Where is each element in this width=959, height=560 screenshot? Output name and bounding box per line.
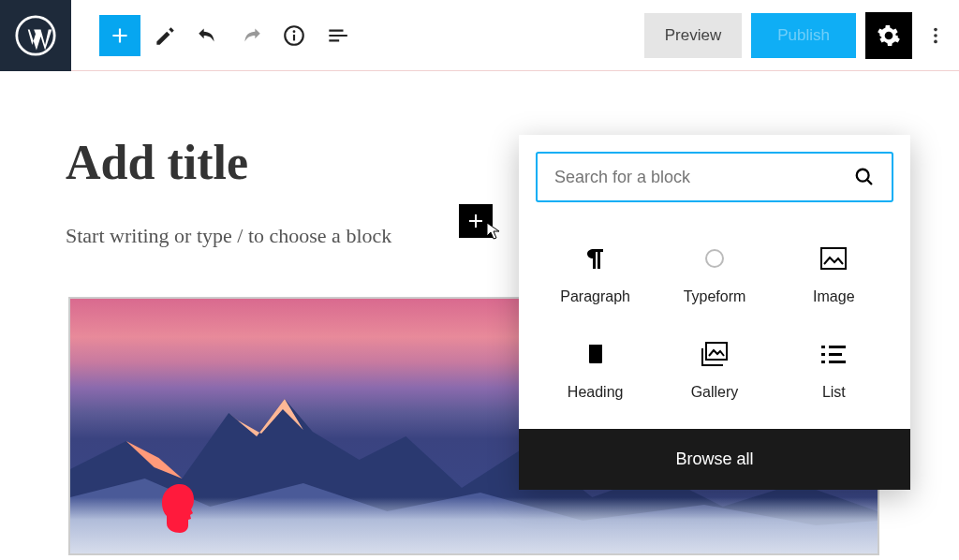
block-label: Typeform [684, 288, 746, 305]
search-container [519, 135, 910, 219]
block-image[interactable]: Image [778, 230, 890, 315]
svg-rect-16 [821, 361, 825, 363]
redo-icon [239, 23, 263, 48]
redo-button[interactable] [232, 17, 270, 54]
block-label: Image [813, 288, 854, 305]
info-button[interactable] [275, 17, 313, 54]
add-block-button[interactable] [99, 15, 140, 56]
svg-rect-12 [821, 346, 825, 348]
image-icon [820, 245, 847, 272]
list-icon [820, 341, 847, 367]
svg-rect-17 [829, 361, 846, 363]
browse-all-button[interactable]: Browse all [519, 429, 910, 490]
wordpress-icon [15, 15, 56, 56]
block-paragraph[interactable]: Paragraph [539, 230, 651, 315]
block-label: Heading [568, 384, 624, 401]
cursor-icon [485, 221, 504, 242]
inline-inserter [459, 204, 493, 238]
svg-point-2 [293, 30, 296, 33]
undo-icon [196, 23, 220, 48]
block-typeform[interactable]: Typeform [658, 230, 770, 315]
gallery-icon [701, 341, 728, 367]
block-label: Gallery [691, 384, 739, 401]
more-button[interactable] [922, 13, 950, 58]
svg-rect-9 [821, 248, 846, 269]
plus-icon [465, 210, 487, 232]
settings-button[interactable] [865, 12, 912, 59]
preview-button[interactable]: Preview [644, 13, 742, 58]
block-label: List [822, 384, 846, 401]
svg-point-6 [934, 39, 937, 43]
search-icon [854, 167, 875, 187]
toolbar-left-group [99, 15, 356, 56]
svg-point-5 [934, 34, 937, 37]
bookmark-icon [583, 341, 609, 367]
typeform-icon [701, 245, 728, 272]
svg-rect-13 [829, 346, 846, 348]
block-inserter-panel: Paragraph Typeform Image Heading Gallery… [519, 135, 910, 490]
top-toolbar: Preview Publish [0, 0, 959, 71]
svg-rect-15 [829, 353, 842, 356]
block-list[interactable]: List [778, 326, 890, 410]
toolbar-right-group: Preview Publish [644, 12, 950, 59]
pencil-icon [153, 23, 177, 48]
list-outline-icon [325, 23, 349, 48]
kebab-icon [925, 25, 946, 46]
block-heading[interactable]: Heading [539, 326, 651, 410]
wordpress-logo[interactable] [0, 0, 71, 71]
outline-button[interactable] [318, 17, 356, 54]
svg-rect-14 [821, 353, 825, 356]
svg-rect-3 [293, 34, 295, 39]
publish-button[interactable]: Publish [751, 13, 856, 58]
info-icon [282, 23, 306, 48]
head-silhouette-icon [159, 482, 200, 535]
plus-icon [108, 23, 132, 48]
tools-button[interactable] [146, 17, 184, 54]
block-grid: Paragraph Typeform Image Heading Gallery… [519, 219, 910, 429]
svg-rect-11 [706, 343, 727, 360]
undo-button[interactable] [189, 17, 227, 54]
svg-point-4 [934, 27, 937, 31]
search-box[interactable] [536, 152, 893, 202]
block-label: Paragraph [560, 288, 630, 305]
paragraph-icon [583, 245, 609, 272]
block-search-input[interactable] [554, 168, 854, 187]
svg-point-8 [706, 250, 723, 267]
block-gallery[interactable]: Gallery [658, 326, 770, 410]
gear-icon [877, 23, 901, 48]
